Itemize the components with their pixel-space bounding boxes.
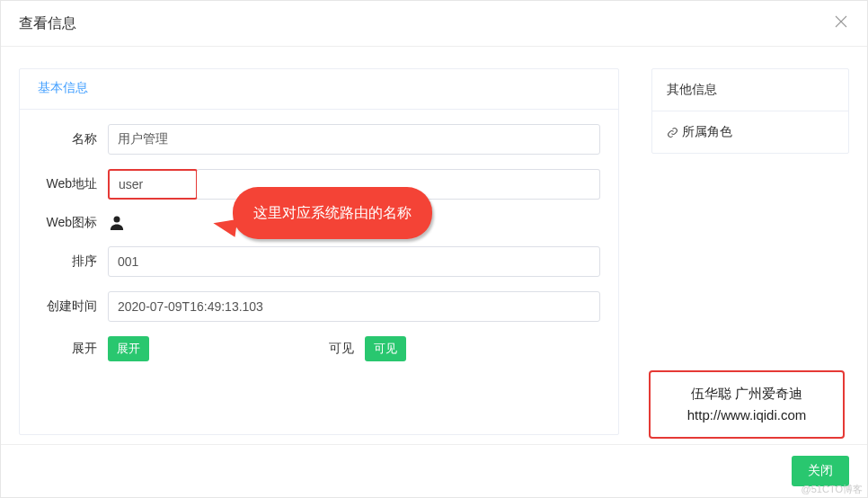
watermark: @51CTO博客 [802, 483, 863, 496]
input-name[interactable] [108, 124, 600, 155]
label-icon: Web图标 [38, 215, 108, 231]
side-item-roles[interactable]: 所属角色 [652, 111, 848, 153]
input-url[interactable] [108, 169, 198, 200]
tag-visible: 可见 [365, 336, 406, 361]
close-icon[interactable] [833, 13, 849, 33]
author-line1: 伍华聪 广州爱奇迪 [663, 383, 830, 405]
side-item-label: 所属角色 [682, 124, 732, 140]
input-sort[interactable] [108, 246, 600, 277]
label-sort: 排序 [38, 253, 108, 270]
label-url: Web地址 [38, 176, 108, 192]
side-list: 其他信息 所属角色 [651, 68, 849, 154]
group-expand: 展开 展开 [38, 336, 149, 361]
view-info-modal: 查看信息 基本信息 名称 Web地址 Web图标 [0, 0, 868, 498]
side-item-label: 其他信息 [667, 82, 717, 98]
modal-header: 查看信息 [1, 1, 867, 47]
tabs: 基本信息 [20, 69, 618, 110]
tab-basic-info[interactable]: 基本信息 [25, 69, 101, 109]
callout-annotation: 这里对应系统路由的名称 [233, 187, 432, 239]
author-line2: http://www.iqidi.com [663, 405, 830, 426]
modal-footer: 关闭 [1, 444, 867, 497]
label-create-time: 创建时间 [38, 298, 108, 315]
label-name: 名称 [38, 131, 108, 147]
main-panel: 基本信息 名称 Web地址 Web图标 [19, 68, 619, 435]
row-flags: 展开 展开 可见 可见 [38, 336, 600, 361]
svg-point-2 [114, 217, 120, 223]
author-info-box: 伍华聪 广州爱奇迪 http://www.iqidi.com [649, 370, 845, 439]
tag-expand: 展开 [108, 336, 149, 361]
group-visible: 可见 可见 [329, 336, 406, 361]
row-sort: 排序 [38, 246, 600, 277]
side-item-other-info[interactable]: 其他信息 [652, 69, 848, 111]
row-create-time: 创建时间 [38, 291, 600, 322]
close-button[interactable]: 关闭 [792, 456, 849, 486]
callout-text: 这里对应系统路由的名称 [253, 204, 412, 223]
label-visible: 可见 [329, 341, 365, 357]
modal-title: 查看信息 [19, 14, 76, 33]
link-icon [667, 127, 678, 138]
row-name: 名称 [38, 124, 600, 155]
label-expand: 展开 [38, 341, 108, 357]
person-icon [108, 214, 126, 232]
input-create-time[interactable] [108, 291, 600, 322]
